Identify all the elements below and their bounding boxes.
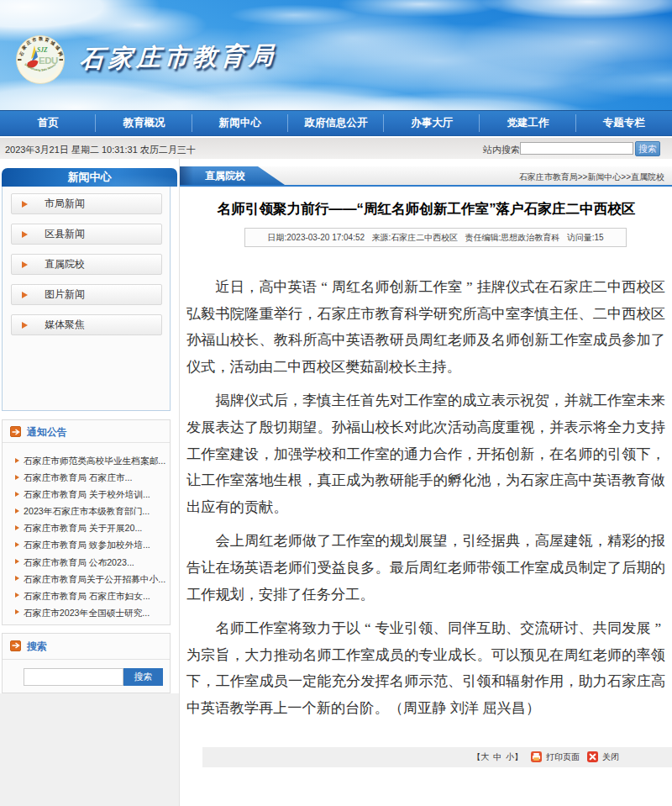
svg-text:SJZ: SJZ <box>37 46 48 54</box>
